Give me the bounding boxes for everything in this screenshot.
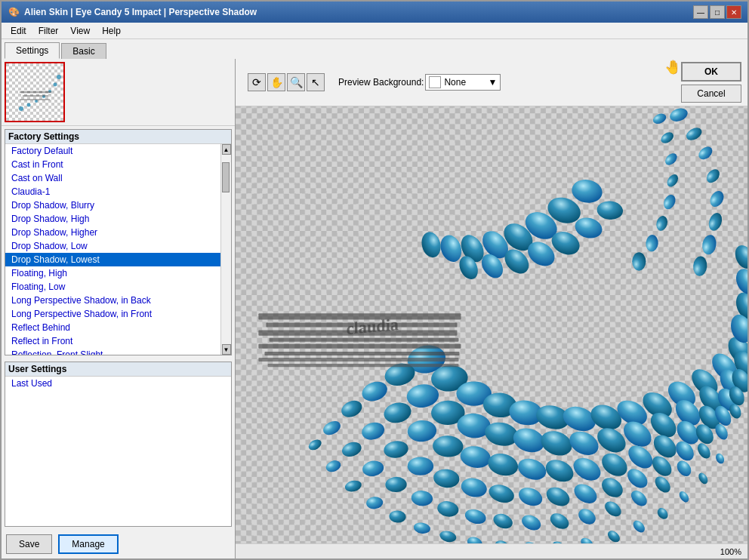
zoom-tool-button[interactable]: 🔍: [287, 73, 305, 91]
menu-view[interactable]: View: [64, 24, 96, 38]
svg-point-11: [57, 75, 61, 79]
factory-settings-list[interactable]: Factory DefaultCast in FrontCast on Wall…: [5, 144, 220, 355]
preview-bg-value: None: [444, 77, 466, 88]
scroll-down-btn[interactable]: ▼: [222, 344, 231, 355]
thumbnail-area: [2, 59, 235, 126]
user-list-item[interactable]: Last Used: [5, 377, 231, 390]
ok-cancel-group: 🤚 OK Cancel: [681, 62, 741, 103]
tabs-bar: Settings Basic: [2, 39, 747, 59]
svg-rect-158: [258, 344, 461, 349]
factory-settings-inner: Factory DefaultCast in FrontCast on Wall…: [5, 144, 231, 355]
svg-rect-159: [264, 352, 459, 355]
ok-button[interactable]: OK: [681, 62, 741, 82]
tab-basic[interactable]: Basic: [61, 43, 106, 59]
settings-panel: Factory Settings Factory DefaultCast in …: [2, 126, 235, 558]
svg-point-6: [27, 103, 31, 107]
factory-list-item[interactable]: Cast in Front: [5, 158, 220, 171]
factory-list-item[interactable]: Floating, Low: [5, 280, 220, 294]
svg-rect-161: [268, 364, 459, 367]
user-settings-header: User Settings: [5, 362, 231, 377]
bottom-buttons: Save Manage: [2, 530, 235, 558]
svg-point-5: [19, 106, 23, 111]
thumbnail-preview: [5, 62, 65, 122]
status-bar: 100%: [236, 543, 747, 558]
factory-list-item[interactable]: Cast on Wall: [5, 171, 220, 185]
preview-bg-select[interactable]: None ▼: [425, 74, 501, 91]
scroll-up-btn[interactable]: ▲: [222, 144, 231, 155]
factory-list-item[interactable]: Drop Shadow, Blurry: [5, 198, 220, 212]
ok-hand-icon: 🤚: [664, 59, 681, 75]
left-panel: Factory Settings Factory DefaultCast in …: [2, 59, 236, 558]
factory-scrollbar[interactable]: ▲ ▼: [220, 144, 231, 355]
factory-settings-header: Factory Settings: [5, 130, 231, 144]
preview-canvas: claudia: [236, 106, 747, 543]
factory-list-item[interactable]: Drop Shadow, Higher: [5, 226, 220, 239]
window-title: Alien Skin | Eye Candy 5 Impact | Perspe…: [24, 7, 693, 17]
zoom-level: 100%: [720, 547, 741, 556]
factory-list-item[interactable]: Reflect in Front: [5, 334, 220, 348]
factory-list-item[interactable]: Long Perspective Shadow, in Back: [5, 294, 220, 307]
app-icon: 🎨: [8, 6, 20, 18]
right-panel: ⟳ ✋ 🔍 ↖ Preview Background: None ▼ 🤚: [236, 59, 747, 558]
user-settings-list[interactable]: Last Used: [5, 377, 231, 526]
save-button[interactable]: Save: [6, 534, 52, 554]
cancel-button[interactable]: Cancel: [681, 85, 741, 103]
right-top-row: ⟳ ✋ 🔍 ↖ Preview Background: None ▼ 🤚: [236, 59, 747, 106]
preview-bg-label: Preview Background:: [338, 77, 424, 88]
svg-point-36: [632, 252, 646, 270]
factory-list-item[interactable]: Factory Default: [5, 144, 220, 158]
factory-list-item[interactable]: Drop Shadow, High: [5, 212, 220, 226]
tab-settings[interactable]: Settings: [5, 42, 60, 59]
scroll-track: [221, 155, 231, 344]
factory-settings-section: Factory Settings Factory DefaultCast in …: [5, 129, 232, 355]
factory-list-item[interactable]: Long Perspective Shadow, in Front: [5, 307, 220, 321]
svg-point-100: [408, 457, 433, 475]
menu-edit[interactable]: Edit: [5, 24, 32, 38]
content-area: Factory Settings Factory DefaultCast in …: [2, 59, 747, 558]
rotate-tool-button[interactable]: ⟳: [248, 73, 266, 91]
scroll-thumb[interactable]: [222, 162, 230, 192]
factory-list-item[interactable]: Floating, High: [5, 266, 220, 280]
ok-button-wrapper: 🤚 OK: [681, 62, 741, 82]
factory-list-item[interactable]: Drop Shadow, Low: [5, 239, 220, 253]
thumbnail-svg: [6, 63, 63, 121]
svg-rect-157: [270, 338, 459, 342]
pan-tool-button[interactable]: ✋: [267, 73, 285, 91]
menu-help[interactable]: Help: [96, 24, 127, 38]
tool-buttons: ⟳ ✋ 🔍 ↖ Preview Background: None ▼: [242, 72, 678, 93]
title-bar: 🎨 Alien Skin | Eye Candy 5 Impact | Pers…: [2, 2, 747, 23]
factory-list-item[interactable]: Drop Shadow, Lowest: [5, 253, 220, 266]
maximize-button[interactable]: □: [710, 5, 725, 19]
factory-list-item[interactable]: Claudia-1: [5, 185, 220, 198]
window-controls: — □ ✕: [693, 5, 741, 19]
chevron-down-icon: ▼: [489, 77, 498, 88]
factory-list-item[interactable]: Reflection, Front Slight: [5, 348, 220, 355]
minimize-button[interactable]: —: [693, 5, 708, 19]
svg-rect-160: [258, 358, 458, 362]
pointer-tool-button[interactable]: ↖: [307, 73, 325, 91]
factory-list-item[interactable]: Reflect Behind: [5, 321, 220, 334]
preview-svg: claudia: [236, 106, 747, 543]
close-button[interactable]: ✕: [726, 5, 741, 19]
preview-bg-swatch: [429, 76, 441, 88]
user-settings-section: User Settings Last Used: [5, 362, 232, 527]
menu-bar: Edit Filter View Help: [2, 23, 747, 39]
manage-button[interactable]: Manage: [58, 534, 118, 554]
main-window: 🎨 Alien Skin | Eye Candy 5 Impact | Pers…: [0, 0, 749, 560]
menu-filter[interactable]: Filter: [32, 24, 65, 38]
svg-point-10: [54, 83, 57, 87]
